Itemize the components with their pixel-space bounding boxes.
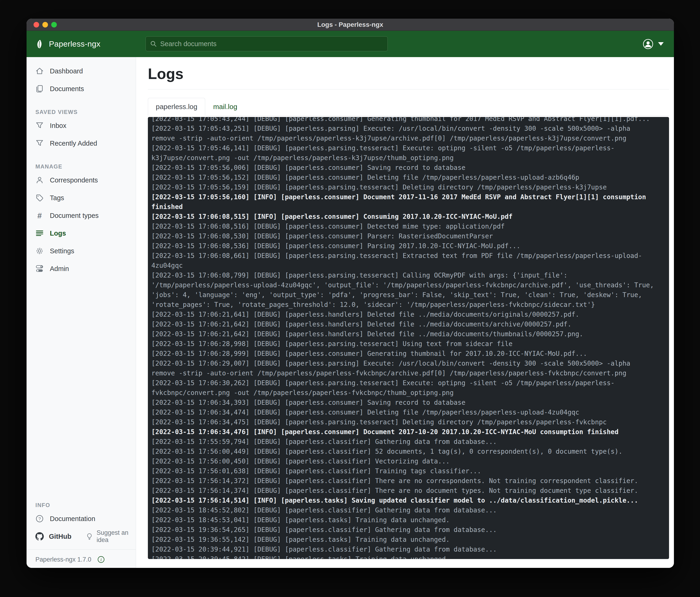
log-line: [2022-03-15 17:56:00,450] [DEBUG] [paper… [151,456,654,466]
log-line: [2022-03-15 17:06:08,536] [DEBUG] [paper… [151,241,654,251]
person-icon [35,176,44,184]
github-link[interactable]: GitHub [35,532,72,541]
zoom-window-button[interactable] [51,22,57,27]
sidebar-item-document-types[interactable]: # Document types [27,207,136,224]
log-line: [2022-03-15 17:55:59,794] [DEBUG] [paper… [151,437,654,447]
titlebar: Logs - Paperless-ngx [27,19,674,31]
sidebar-item-tags[interactable]: Tags [27,189,136,207]
question-circle-icon: ? [35,515,44,523]
page-title: Logs [148,66,669,81]
tab-mail-log[interactable]: mail.log [205,98,245,116]
user-avatar-icon [643,39,653,49]
log-line: [2022-03-15 17:06:30,262] [DEBUG] [paper… [151,378,654,398]
brand[interactable]: Paperless-ngx [35,39,100,49]
log-line: [2022-03-15 17:05:56,160] [INFO] [paperl… [151,192,654,212]
main-content: Logs paperless.log mail.log [2022-03-15 … [136,57,674,568]
log-line: [2022-03-15 17:56:14,374] [DEBUG] [paper… [151,486,654,496]
log-line: [2022-03-15 17:06:21,642] [DEBUG] [paper… [151,319,654,329]
search-input[interactable] [160,40,383,48]
log-line: [2022-03-15 17:06:28,999] [DEBUG] [paper… [151,349,654,359]
sidebar-item-dashboard[interactable]: Dashboard [27,62,136,80]
log-line: [2022-03-15 17:06:08,799] [DEBUG] [paper… [151,270,654,310]
sidebar-item-correspondents[interactable]: Correspondents [27,171,136,189]
leaf-logo-icon [35,39,45,49]
svg-text:?: ? [39,517,41,521]
log-tabs: paperless.log mail.log [148,98,669,116]
tag-icon [35,194,44,202]
funnel-icon [35,139,44,147]
log-line: [2022-03-15 17:56:14,372] [DEBUG] [paper… [151,476,654,486]
house-icon [35,67,44,75]
log-line: [2022-03-15 17:06:21,642] [DEBUG] [paper… [151,329,654,339]
sidebar-item-label: Documentation [50,515,95,523]
brand-name: Paperless-ngx [49,39,100,48]
minimize-window-button[interactable] [42,22,48,27]
sidebar-section-info: INFO [27,502,136,508]
github-icon [35,532,44,541]
log-line: [2022-03-15 17:06:34,474] [DEBUG] [paper… [151,408,654,417]
log-line: [2022-03-15 17:06:34,476] [INFO] [paperl… [151,427,654,437]
search-box[interactable] [146,37,388,51]
hash-icon: # [35,211,44,220]
log-line: [2022-03-15 17:06:34,475] [DEBUG] [paper… [151,417,654,427]
toggles-icon [35,264,44,273]
gear-icon [35,247,44,255]
window-controls [33,22,57,27]
log-line: [2022-03-15 18:45:52,802] [DEBUG] [paper… [151,505,654,515]
sidebar-item-label: Tags [50,194,64,202]
log-viewer[interactable]: [2022-03-15 17:05:43,244] [DEBUG] [paper… [148,117,669,559]
app-window: Logs - Paperless-ngx Paperless-ngx [27,19,674,568]
svg-text:i: i [101,557,102,562]
sidebar-section-manage: MANAGE [27,163,136,170]
log-line: [2022-03-15 17:05:46,141] [DEBUG] [paper… [151,143,654,163]
sidebar-item-label: Dashboard [50,67,83,75]
log-line: [2022-03-15 20:39:44,921] [DEBUG] [paper… [151,545,654,554]
log-line: [2022-03-15 18:45:53,041] [DEBUG] [paper… [151,515,654,525]
log-line: [2022-03-15 17:06:34,393] [DEBUG] [paper… [151,398,654,408]
log-line: [2022-03-15 17:06:08,515] [INFO] [paperl… [151,212,654,222]
log-line: [2022-03-15 17:06:08,516] [DEBUG] [paper… [151,222,654,231]
log-line: [2022-03-15 17:05:56,152] [DEBUG] [paper… [151,173,654,183]
sidebar-item-inbox[interactable]: Inbox [27,117,136,135]
title-divider [148,89,669,90]
log-line: [2022-03-15 17:05:56,006] [DEBUG] [paper… [151,163,654,173]
log-line: [2022-03-15 17:06:21,641] [DEBUG] [paper… [151,310,654,319]
app-header: Paperless-ngx [27,31,674,57]
sidebar-item-recently-added[interactable]: Recently Added [27,135,136,152]
sidebar-item-admin[interactable]: Admin [27,260,136,278]
log-line: [2022-03-15 19:36:54,265] [DEBUG] [paper… [151,525,654,535]
text-lines-icon [35,229,44,237]
close-window-button[interactable] [33,22,39,27]
log-line: [2022-03-15 17:06:29,007] [DEBUG] [paper… [151,359,654,378]
chevron-down-icon [658,42,664,46]
log-line: [2022-03-15 20:39:45,842] [DEBUG] [paper… [151,554,654,559]
lightbulb-icon [86,533,93,540]
user-menu[interactable] [643,31,664,57]
files-icon [35,85,44,93]
github-label: GitHub [49,533,72,540]
sidebar-links-row: GitHub Suggest an idea [27,528,136,545]
sidebar-item-label: Documents [50,85,84,93]
log-line: [2022-03-15 17:05:43,251] [DEBUG] [paper… [151,124,654,143]
tab-paperless-log[interactable]: paperless.log [148,98,205,116]
log-line: [2022-03-15 17:06:08,661] [DEBUG] [paper… [151,251,654,270]
info-circle-icon[interactable]: i [97,556,105,563]
log-line: [2022-03-15 17:06:28,998] [DEBUG] [paper… [151,339,654,349]
log-line: [2022-03-15 17:56:14,514] [INFO] [paperl… [151,496,654,505]
sidebar-item-label: Correspondents [50,176,98,184]
sidebar-item-label: Settings [50,247,74,255]
sidebar-section-saved-views: SAVED VIEWS [27,109,136,115]
search-icon [150,40,157,47]
sidebar: Dashboard Documents SAVED VIEWS [27,57,136,568]
sidebar-item-settings[interactable]: Settings [27,242,136,260]
sidebar-item-label: Recently Added [50,140,97,147]
sidebar-item-label: Document types [50,212,99,219]
sidebar-item-logs[interactable]: Logs [27,224,136,242]
sidebar-item-label: Inbox [50,122,66,129]
sidebar-item-documents[interactable]: Documents [27,80,136,98]
log-line: [2022-03-15 17:05:43,244] [DEBUG] [paper… [151,117,654,124]
log-line: [2022-03-15 17:56:01,638] [DEBUG] [paper… [151,466,654,476]
log-lines: [2022-03-15 17:05:43,244] [DEBUG] [paper… [151,117,654,559]
sidebar-item-documentation[interactable]: ? Documentation [27,510,136,528]
suggest-idea-link[interactable]: Suggest an idea [86,529,136,544]
